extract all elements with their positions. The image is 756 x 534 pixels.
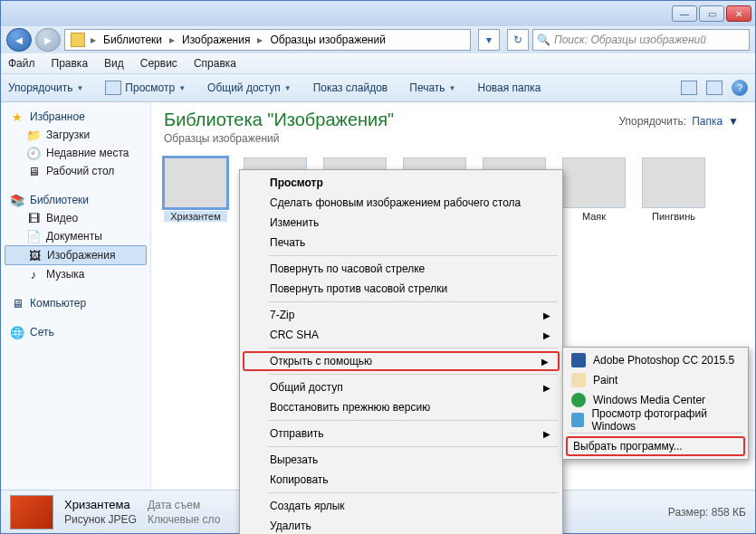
submenu-arrow-icon: ▶: [543, 330, 550, 340]
menu-view[interactable]: Вид: [104, 57, 124, 70]
network-icon: 🌐: [10, 325, 24, 339]
menubar: Файл Правка Вид Сервис Справка: [1, 53, 755, 73]
computer-icon: 🖥: [10, 296, 24, 310]
menu-tools[interactable]: Сервис: [140, 57, 177, 70]
sidebar-item-documents[interactable]: 📄Документы: [1, 227, 150, 245]
context-menu-item[interactable]: Повернуть по часовой стрелке: [243, 259, 560, 279]
thumbnail-image: [642, 157, 705, 208]
chevron-down-icon: ▼: [728, 115, 739, 128]
context-menu-item[interactable]: Вырезать: [243, 450, 560, 470]
print-button[interactable]: Печать▼: [409, 81, 455, 94]
view-icon: [105, 81, 121, 95]
thumbnail-image: [164, 157, 227, 208]
context-menu-item[interactable]: Просмотр: [243, 173, 560, 193]
newfolder-button[interactable]: Новая папка: [477, 81, 541, 94]
submenu-label: Windows Media Center: [593, 394, 705, 406]
size-info: Размер: 858 КБ: [668, 506, 746, 519]
sidebar-item-downloads[interactable]: 📁Загрузки: [1, 126, 150, 144]
context-menu-item[interactable]: Открыть с помощью▶: [243, 351, 560, 371]
share-button[interactable]: Общий доступ▼: [207, 81, 292, 94]
thumbnail-label: Маяк: [562, 211, 626, 222]
context-menu-item[interactable]: Создать ярлык: [243, 496, 560, 516]
context-menu-item[interactable]: Изменить: [243, 213, 560, 233]
organize-button[interactable]: Упорядочить▼: [8, 81, 83, 94]
minimize-button[interactable]: —: [672, 5, 697, 22]
sidebar-favorites[interactable]: ★Избранное: [1, 108, 150, 126]
maximize-button[interactable]: ▭: [699, 5, 724, 22]
thumbnail-item[interactable]: Маяк: [562, 157, 626, 222]
submenu-label: Просмотр фотографий Windows: [591, 407, 738, 433]
sidebar-network[interactable]: 🌐Сеть: [1, 323, 150, 341]
star-icon: ★: [10, 110, 24, 124]
thumbnail-label: Пингвинь: [642, 211, 705, 222]
thumbnail-label: Хризантем: [164, 211, 227, 222]
recent-icon: 🕘: [26, 146, 41, 160]
folder-icon: 📁: [26, 128, 41, 142]
context-menu-item[interactable]: Общий доступ▶: [243, 377, 560, 397]
search-input[interactable]: 🔍 Поиск: Образцы изображений: [532, 29, 750, 51]
menu-edit[interactable]: Правка: [52, 57, 89, 70]
sidebar-item-music[interactable]: ♪Музыка: [1, 265, 150, 283]
search-icon: 🔍: [537, 33, 550, 46]
slideshow-button[interactable]: Показ слайдов: [313, 81, 388, 94]
thumbnail-item[interactable]: Пингвинь: [642, 157, 705, 222]
context-menu-item[interactable]: Сделать фоновым изображением рабочего ст…: [243, 193, 560, 213]
preview-thumbnail: [10, 495, 53, 529]
sidebar-item-images[interactable]: 🖼Изображения: [5, 245, 147, 265]
open-with-submenu: Adobe Photoshop CC 2015.5PaintWindows Me…: [562, 347, 749, 460]
context-menu-item[interactable]: CRC SHA▶: [243, 325, 560, 345]
context-menu: ПросмотрСделать фоновым изображением раб…: [239, 169, 563, 534]
submenu-arrow-icon: ▶: [541, 357, 549, 367]
forward-button[interactable]: ►: [35, 28, 61, 52]
refresh-button[interactable]: ↻: [507, 29, 529, 51]
context-menu-item[interactable]: Копировать: [243, 470, 560, 490]
thumbnail-item[interactable]: Хризантем: [164, 157, 227, 222]
sidebar-item-desktop[interactable]: 🖥Рабочий стол: [1, 162, 150, 180]
submenu-item[interactable]: Просмотр фотографий Windows: [566, 410, 745, 430]
sidebar-item-video[interactable]: 🎞Видео: [1, 209, 150, 227]
keywords-label: Ключевые сло: [148, 513, 220, 526]
titlebar: — ▭ ✕: [1, 1, 755, 26]
sidebar-computer[interactable]: 🖥Компьютер: [1, 294, 150, 312]
sidebar-item-recent[interactable]: 🕘Недавние места: [1, 144, 150, 162]
sort-control[interactable]: Упорядочить: Папка ▼: [618, 115, 739, 128]
thumbnail-image: [562, 157, 626, 208]
context-menu-item[interactable]: Восстановить прежнюю версию: [243, 397, 560, 417]
menu-help[interactable]: Справка: [194, 57, 236, 70]
breadcrumb[interactable]: ▸ Библиотеки ▸ Изображения ▸ Образцы изо…: [64, 29, 471, 51]
context-menu-item[interactable]: 7-Zip▶: [243, 305, 560, 325]
view-button[interactable]: Просмотр▼: [105, 81, 186, 95]
context-menu-item[interactable]: Отправить▶: [243, 424, 560, 443]
submenu-item[interactable]: Paint: [566, 370, 745, 390]
library-subtitle: Образцы изображений: [164, 132, 742, 145]
app-icon: [571, 393, 586, 407]
menu-file[interactable]: Файл: [8, 57, 35, 70]
submenu-item[interactable]: Adobe Photoshop CC 2015.5: [566, 350, 745, 370]
layout-icon[interactable]: [681, 81, 697, 95]
video-icon: 🎞: [26, 211, 41, 225]
context-menu-item[interactable]: Повернуть против часовой стрелки: [243, 279, 560, 299]
app-icon: [571, 373, 586, 387]
sidebar-libraries[interactable]: 📚Библиотеки: [1, 191, 150, 209]
sidebar: ★Избранное 📁Загрузки 🕘Недавние места 🖥Ра…: [1, 102, 151, 490]
context-menu-item[interactable]: Удалить: [243, 516, 560, 534]
help-icon[interactable]: ?: [732, 80, 748, 96]
crumb-item[interactable]: Библиотеки: [98, 30, 167, 50]
desktop-icon: 🖥: [26, 164, 41, 178]
submenu-item[interactable]: Выбрать программу...: [566, 436, 745, 456]
back-button[interactable]: ◄: [6, 28, 32, 52]
close-button[interactable]: ✕: [726, 5, 751, 22]
toolbar: Упорядочить▼ Просмотр▼ Общий доступ▼ Пок…: [1, 73, 755, 102]
doc-icon: 📄: [26, 229, 41, 243]
crumb-item[interactable]: Образцы изображений: [264, 30, 390, 50]
dropdown-button[interactable]: ▾: [478, 29, 500, 51]
app-icon: [571, 353, 586, 367]
submenu-arrow-icon: ▶: [543, 429, 550, 439]
preview-pane-icon[interactable]: [706, 81, 723, 95]
submenu-arrow-icon: ▶: [543, 310, 550, 320]
context-menu-item[interactable]: Печать: [243, 233, 560, 253]
submenu-label: Paint: [593, 374, 617, 386]
selected-filename: Хризантема: [64, 498, 137, 511]
crumb-item[interactable]: Изображения: [177, 30, 255, 50]
submenu-label: Adobe Photoshop CC 2015.5: [593, 354, 734, 367]
